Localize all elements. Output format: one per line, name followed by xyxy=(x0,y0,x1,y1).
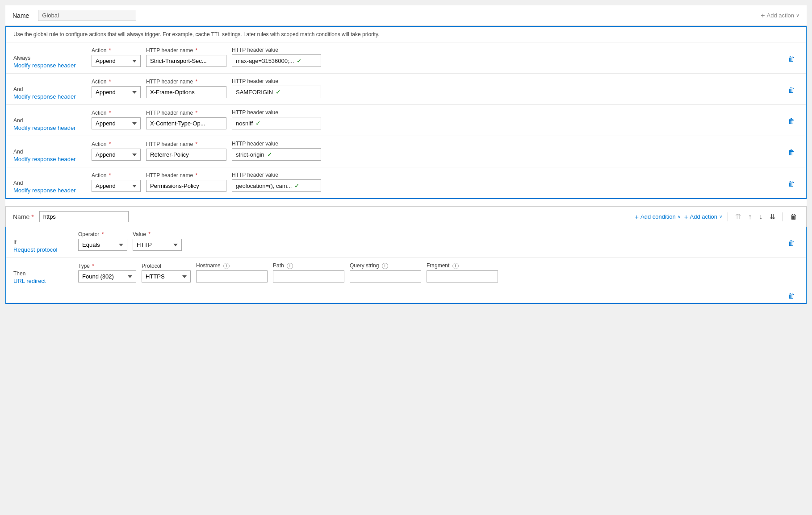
path-field: Path i xyxy=(273,262,344,282)
action-select-3[interactable]: Append xyxy=(92,149,141,161)
action-label-1: Action * xyxy=(92,79,141,85)
hostname-input[interactable] xyxy=(196,270,268,282)
then-label: Then URL redirect xyxy=(13,262,78,284)
https-name-input[interactable] xyxy=(39,211,129,222)
delete-button-0[interactable]: 🗑 xyxy=(784,47,799,63)
fields-group-3: Action * Append HTTP header name * HTTP … xyxy=(92,141,784,161)
querystring-info-icon[interactable]: i xyxy=(382,263,388,269)
request-protocol-link[interactable]: Request protocol xyxy=(13,246,78,253)
path-input[interactable] xyxy=(273,270,344,282)
row-prefix-1: And xyxy=(13,86,92,92)
header-name-input-4[interactable] xyxy=(146,180,226,192)
header-name-input-3[interactable] xyxy=(146,149,226,161)
https-rule-body: If Request protocol Operator * Equals Va… xyxy=(5,227,807,304)
plus-icon-action: + xyxy=(684,213,688,220)
https-name-label: Name * xyxy=(13,213,34,220)
delete-button-1[interactable]: 🗑 xyxy=(784,78,799,94)
row-link-0[interactable]: Modify response header xyxy=(13,62,92,69)
hostname-info-icon[interactable]: i xyxy=(223,263,230,269)
header-value-text-2: nosniff xyxy=(236,120,253,127)
action-label-4: Action * xyxy=(92,172,141,179)
url-redirect-link[interactable]: URL redirect xyxy=(13,278,78,284)
action-select-4[interactable]: Append xyxy=(92,180,141,192)
move-top-button[interactable]: ⇈ xyxy=(733,212,743,222)
if-fields: Operator * Equals Value * HTTP xyxy=(78,231,784,251)
protocol-label: Protocol xyxy=(142,263,191,269)
divider-2 xyxy=(783,212,783,221)
delete-button-4[interactable]: 🗑 xyxy=(784,172,799,188)
checkmark-icon-0: ✓ xyxy=(297,57,302,64)
chevron-action-icon: ∨ xyxy=(719,214,722,219)
header-name-input-0[interactable] xyxy=(146,55,226,67)
protocol-select[interactable]: HTTPS xyxy=(142,270,191,282)
value-label: Value * xyxy=(133,231,182,237)
delete-button-3[interactable]: 🗑 xyxy=(784,141,799,157)
header-value-label-0: HTTP header value xyxy=(232,47,321,53)
action-row-1: And Modify response header Action * Appe… xyxy=(6,74,806,105)
header-name-input-2[interactable] xyxy=(146,117,226,129)
add-action-button-https[interactable]: + Add action ∨ xyxy=(684,213,722,220)
row-label-3: And Modify response header xyxy=(13,141,92,162)
header-name-field-4: HTTP header name * xyxy=(146,172,226,192)
add-condition-button[interactable]: + Add condition ∨ xyxy=(635,213,681,220)
row-link-2[interactable]: Modify response header xyxy=(13,125,92,131)
fields-group-2: Action * Append HTTP header name * HTTP … xyxy=(92,109,784,129)
header-value-field-1: HTTP header value SAMEORIGIN ✓ xyxy=(232,78,321,98)
row-prefix-0: Always xyxy=(13,55,92,61)
row-link-3[interactable]: Modify response header xyxy=(13,156,92,162)
row-label-2: And Modify response header xyxy=(13,109,92,131)
action-row-2: And Modify response header Action * Appe… xyxy=(6,105,806,136)
header-name-label-3: HTTP header name * xyxy=(146,141,226,147)
querystring-input[interactable] xyxy=(350,270,421,282)
action-select-1[interactable]: Append xyxy=(92,86,141,98)
header-value-label-4: HTTP header value xyxy=(232,172,321,178)
delete-button-2[interactable]: 🗑 xyxy=(784,109,799,125)
operator-select[interactable]: Equals xyxy=(78,239,127,251)
global-add-action-button[interactable]: + Add action ∨ xyxy=(761,12,799,20)
header-value-field-4: HTTP header value geolocation=(), cam...… xyxy=(232,172,321,192)
value-select[interactable]: HTTP xyxy=(133,239,182,251)
action-field-4: Action * Append xyxy=(92,172,141,192)
row-link-4[interactable]: Modify response header xyxy=(13,187,92,194)
action-label-0: Action * xyxy=(92,47,141,54)
type-field: Type * Found (302) xyxy=(78,263,136,282)
checkmark-icon-2: ✓ xyxy=(255,120,261,127)
header-value-label-1: HTTP header value xyxy=(232,78,321,84)
header-value-display-1: SAMEORIGIN ✓ xyxy=(232,86,321,98)
delete-https-rule-button[interactable]: 🗑 xyxy=(788,212,799,222)
row-link-1[interactable]: Modify response header xyxy=(13,93,92,100)
chevron-down-icon: ∨ xyxy=(796,12,799,18)
if-label: If Request protocol xyxy=(13,231,78,253)
header-value-text-3: strict-origin xyxy=(236,151,264,158)
move-bottom-button[interactable]: ⇊ xyxy=(768,212,777,222)
header-value-field-2: HTTP header value nosniff ✓ xyxy=(232,109,321,129)
type-select[interactable]: Found (302) xyxy=(78,270,136,282)
global-name-input[interactable] xyxy=(38,10,136,21)
delete-then-button[interactable]: 🗑 xyxy=(784,292,799,300)
header-value-display-3: strict-origin ✓ xyxy=(232,148,321,161)
fragment-input[interactable] xyxy=(427,270,498,282)
move-up-button[interactable]: ↑ xyxy=(746,212,753,222)
header-name-field-1: HTTP header name * xyxy=(146,79,226,98)
operator-field: Operator * Equals xyxy=(78,231,127,251)
if-section: If Request protocol Operator * Equals Va… xyxy=(6,227,806,258)
row-prefix-2: And xyxy=(13,117,92,124)
action-field-0: Action * Append xyxy=(92,47,141,67)
fields-group-0: Action * Append HTTP header name * HTTP … xyxy=(92,47,784,67)
row-label-1: And Modify response header xyxy=(13,78,92,100)
checkmark-icon-4: ✓ xyxy=(294,182,300,189)
then-fields: Type * Found (302) Protocol HTTPS Hostna… xyxy=(78,262,799,282)
move-down-button[interactable]: ↓ xyxy=(757,212,764,222)
action-select-0[interactable]: Append xyxy=(92,55,141,67)
global-add-action-label: Add action xyxy=(767,12,794,19)
add-condition-label: Add condition xyxy=(640,213,676,220)
global-rule-header: Name + Add action ∨ xyxy=(5,5,807,26)
header-name-input-1[interactable] xyxy=(146,86,226,98)
header-value-display-2: nosniff ✓ xyxy=(232,117,321,129)
action-select-2[interactable]: Append xyxy=(92,117,141,129)
path-info-icon[interactable]: i xyxy=(287,263,293,269)
delete-condition-button[interactable]: 🗑 xyxy=(784,231,799,247)
global-name-label: Name xyxy=(13,12,29,19)
type-label: Type * xyxy=(78,263,136,269)
fragment-info-icon[interactable]: i xyxy=(452,263,459,269)
